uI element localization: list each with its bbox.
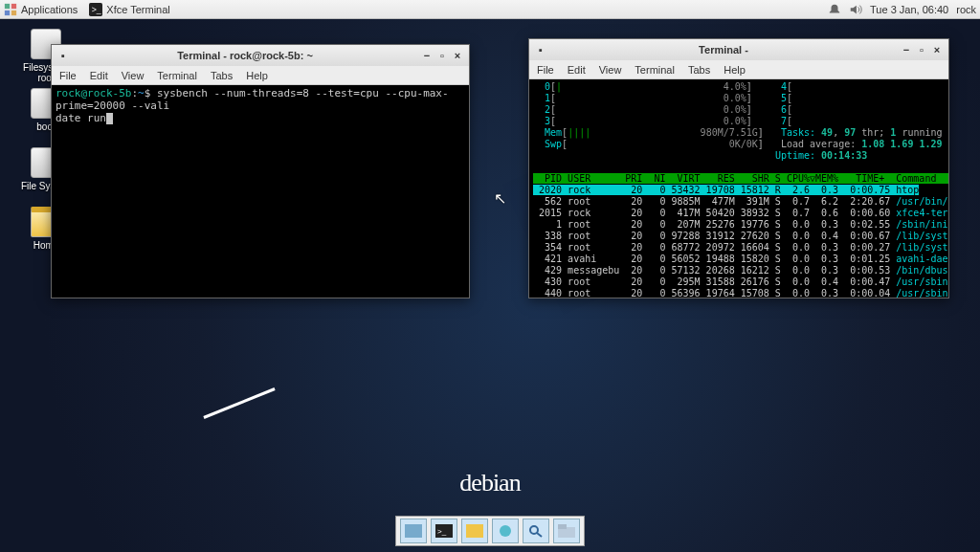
svg-point-11 xyxy=(530,526,538,534)
window-title: Terminal - rock@rock-5b: ~ xyxy=(71,50,419,61)
app-icon: ▪ xyxy=(56,48,71,63)
user-menu[interactable]: rock xyxy=(956,4,976,15)
dock-show-desktop[interactable] xyxy=(400,519,427,543)
svg-rect-2 xyxy=(5,10,10,14)
taskbar-item-terminal[interactable]: >_ Xfce Terminal xyxy=(89,3,169,16)
minimize-button[interactable]: − xyxy=(419,48,434,63)
close-button[interactable]: × xyxy=(450,48,465,63)
cursor xyxy=(106,113,113,124)
folder-icon xyxy=(558,524,575,538)
window-terminal-1[interactable]: ▪ Terminal - rock@rock-5b: ~ − ▫ × File … xyxy=(51,44,470,298)
terminal-icon: >_ xyxy=(89,3,102,16)
volume-icon[interactable] xyxy=(849,3,862,16)
menu-edit[interactable]: Edit xyxy=(90,70,108,81)
htop-content[interactable]: 0[| 4.0%] 4[ 0.0%] 1[ 0.0%] 5[ 0.0%] 2[ … xyxy=(529,79,948,298)
dock-browser[interactable] xyxy=(492,519,519,543)
menu-edit[interactable]: Edit xyxy=(568,64,586,76)
dock-terminal[interactable]: >_ xyxy=(431,519,457,543)
menu-file[interactable]: File xyxy=(59,70,77,81)
svg-rect-3 xyxy=(11,10,16,14)
clock[interactable]: Tue 3 Jan, 06:40 xyxy=(870,4,948,15)
titlebar[interactable]: ▪ Terminal - rock@rock-5b: ~ − ▫ × xyxy=(52,45,469,66)
menu-file[interactable]: File xyxy=(537,64,554,76)
menu-terminal[interactable]: Terminal xyxy=(635,64,675,76)
menu-help[interactable]: Help xyxy=(724,64,746,76)
svg-line-12 xyxy=(537,533,542,537)
maximize-button[interactable]: ▫ xyxy=(434,48,450,63)
menu-view[interactable]: View xyxy=(599,64,622,76)
files-icon xyxy=(466,524,483,538)
menu-terminal[interactable]: Terminal xyxy=(157,70,197,81)
notification-icon[interactable] xyxy=(828,3,841,16)
minimize-button[interactable]: − xyxy=(899,42,914,57)
dock-folder[interactable] xyxy=(553,519,580,543)
menubar: File Edit View Terminal Tabs Help xyxy=(529,60,948,79)
prompt-path: ~ xyxy=(138,87,145,99)
applications-label: Applications xyxy=(21,4,78,15)
terminal-content[interactable]: rock@rock-5b:~$ sysbench --num-threads=8… xyxy=(52,85,469,298)
svg-text:>_: >_ xyxy=(437,527,447,536)
globe-icon xyxy=(497,524,514,538)
titlebar[interactable]: ▪ Terminal - − ▫ × xyxy=(529,39,948,60)
svg-rect-1 xyxy=(11,3,16,8)
maximize-button[interactable]: ▫ xyxy=(914,42,929,57)
desktop-icon xyxy=(405,524,422,538)
close-button[interactable]: × xyxy=(929,42,945,57)
dock-files[interactable] xyxy=(461,519,488,543)
svg-rect-9 xyxy=(466,524,483,538)
top-panel: Applications >_ Xfce Terminal Tue 3 Jan,… xyxy=(0,0,980,19)
menubar: File Edit View Terminal Tabs Help xyxy=(52,66,469,85)
taskbar-label: Xfce Terminal xyxy=(106,4,169,15)
command-line-2: date run xyxy=(56,112,106,124)
wallpaper-line xyxy=(203,387,275,419)
menu-view[interactable]: View xyxy=(122,70,145,81)
menu-tabs[interactable]: Tabs xyxy=(688,64,710,76)
menu-tabs[interactable]: Tabs xyxy=(211,70,233,81)
prompt-user: rock@rock-5b xyxy=(56,87,131,99)
apps-icon xyxy=(4,3,17,16)
svg-rect-6 xyxy=(405,524,422,538)
search-icon xyxy=(527,524,545,538)
svg-point-10 xyxy=(500,525,511,537)
menu-help[interactable]: Help xyxy=(246,70,268,81)
svg-rect-14 xyxy=(558,524,567,529)
distro-logo: debian xyxy=(459,469,520,497)
mouse-cursor: ↖ xyxy=(494,189,506,208)
window-title: Terminal - xyxy=(548,44,899,55)
dock: >_ xyxy=(395,516,585,546)
applications-menu[interactable]: Applications xyxy=(4,3,78,16)
svg-text:>_: >_ xyxy=(92,4,101,13)
distro-name: debian xyxy=(459,469,520,497)
dock-search[interactable] xyxy=(523,519,549,543)
terminal-icon: >_ xyxy=(435,524,453,538)
window-terminal-2[interactable]: ▪ Terminal - − ▫ × File Edit View Termin… xyxy=(528,38,949,298)
svg-rect-0 xyxy=(5,3,10,8)
app-icon: ▪ xyxy=(533,42,548,57)
